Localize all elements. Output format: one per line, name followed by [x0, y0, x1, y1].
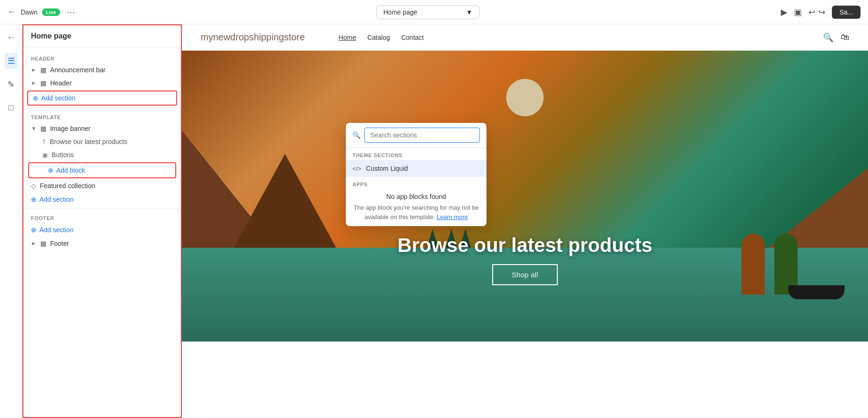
- topbar-center: Home page ▼: [81, 5, 775, 19]
- no-apps-desc: The app block you're searching for may n…: [352, 203, 480, 221]
- live-badge: Live: [42, 8, 60, 16]
- nav-catalog[interactable]: Catalog: [367, 34, 390, 41]
- cart-icon[interactable]: 🛍: [841, 32, 849, 43]
- topbar: ← Dawn Live ⋯ Home page ▼ ▶ ▣ ↩ ↪ Sa...: [0, 0, 868, 24]
- cursor-icon[interactable]: ▶: [781, 7, 787, 17]
- featured-collection-icon: ◇: [31, 182, 36, 190]
- search-box: 🔍: [346, 123, 486, 148]
- nav-home[interactable]: Home: [338, 34, 356, 41]
- featured-collection-item[interactable]: ◇ Featured collection: [23, 179, 181, 192]
- chevron-down-icon-banner: ▼: [31, 125, 37, 132]
- search-icon-dropdown: 🔍: [352, 131, 360, 139]
- header-section-label: Header: [50, 79, 72, 87]
- header-section-item[interactable]: ► ▩ Header: [23, 76, 181, 90]
- buttons-item[interactable]: ▣ Buttons: [23, 148, 181, 161]
- plus-circle-icon-footer: ⊕: [31, 226, 37, 234]
- featured-collection-label: Featured collection: [40, 182, 95, 190]
- hero-text-overlay: Browse our latest products Shop all: [397, 234, 652, 285]
- nav-contact[interactable]: Contact: [401, 34, 424, 41]
- undo-icon[interactable]: ↩: [808, 7, 816, 17]
- boat-decoration: [788, 285, 845, 299]
- plus-circle-icon-header: ⊕: [33, 94, 38, 102]
- add-block-label: Add block: [56, 167, 85, 174]
- announcement-bar-label: Announcement bar: [50, 66, 105, 74]
- sections-dropdown: 🔍 THEME SECTIONS </> Custom Liquid APPS …: [346, 123, 486, 226]
- sections-panel: Home page HEADER ► ▩ Announcement bar ► …: [22, 24, 182, 418]
- footer-section-icon: ▩: [40, 240, 46, 247]
- redo-icon[interactable]: ↪: [818, 7, 825, 17]
- announcement-bar-icon: ▩: [40, 66, 46, 74]
- page-selector-value: Home page: [383, 8, 417, 16]
- page-selector[interactable]: Home page ▼: [376, 5, 479, 19]
- store-header-icons: 🔍 🛍: [823, 32, 849, 43]
- add-section-footer-label: Add section: [39, 226, 74, 234]
- add-block-button[interactable]: ⊕ Add block: [28, 162, 176, 178]
- panel-title: Home page: [31, 32, 71, 40]
- browse-latest-label: Browse our latest products: [50, 138, 127, 145]
- sidebar-icon-back[interactable]: ←: [4, 30, 18, 46]
- header-section-icon: ▩: [40, 79, 46, 87]
- footer-section-item[interactable]: ► ▩ Footer: [23, 237, 181, 250]
- theme-sections-label: THEME SECTIONS: [346, 148, 486, 160]
- hero-title: Browse our latest products: [397, 234, 652, 257]
- back-icon[interactable]: ←: [7, 7, 16, 17]
- header-group-label: HEADER: [23, 51, 181, 63]
- custom-liquid-item[interactable]: </> Custom Liquid: [346, 160, 486, 177]
- apps-section: APPS No app blocks found The app block y…: [346, 177, 486, 226]
- more-menu-icon[interactable]: ⋯: [67, 7, 75, 17]
- search-sections-input[interactable]: [364, 128, 480, 143]
- topbar-right: ▶ ▣ ↩ ↪ Sa...: [781, 6, 861, 19]
- custom-liquid-label: Custom Liquid: [366, 165, 408, 172]
- icon-sidebar: ← ☰ ✎ □: [0, 24, 22, 418]
- sidebar-icon-customize[interactable]: ✎: [5, 76, 17, 92]
- announcement-bar-item[interactable]: ► ▩ Announcement bar: [23, 63, 181, 76]
- preview-area: mynewdropshippingstore Home Catalog Cont…: [182, 24, 868, 418]
- search-icon[interactable]: 🔍: [823, 32, 833, 43]
- preview-frame: mynewdropshippingstore Home Catalog Cont…: [182, 24, 868, 418]
- chevron-right-icon: ►: [31, 67, 37, 73]
- template-group-label: TEMPLATE: [23, 110, 181, 122]
- image-banner-label: Image banner: [50, 125, 90, 132]
- desktop-icon[interactable]: ▣: [794, 7, 802, 17]
- add-section-template-button[interactable]: ⊕ Add section: [23, 192, 181, 206]
- store-logo: mynewdropshippingstore: [201, 32, 305, 43]
- mountain-mid: [229, 154, 341, 257]
- divider-2: [23, 208, 181, 209]
- add-section-header-button[interactable]: ⊕ Add section: [27, 91, 177, 106]
- store-nav: Home Catalog Contact: [338, 34, 424, 41]
- chevron-right-icon-header: ►: [31, 80, 37, 86]
- sidebar-icon-sections[interactable]: ☰: [5, 53, 18, 69]
- panel-header: Home page: [23, 25, 181, 47]
- save-button[interactable]: Sa...: [832, 6, 861, 19]
- shop-all-button[interactable]: Shop all: [492, 264, 558, 285]
- plus-circle-icon-template: ⊕: [31, 196, 37, 203]
- image-banner-item[interactable]: ▼ ▩ Image banner: [23, 122, 181, 135]
- buttons-label: Buttons: [52, 151, 74, 159]
- plus-circle-icon-block: ⊕: [48, 167, 53, 174]
- undo-redo-group: ↩ ↪: [808, 7, 825, 17]
- store-header: mynewdropshippingstore Home Catalog Cont…: [182, 24, 868, 51]
- sun-decoration: [506, 79, 544, 116]
- text-block-icon: T: [42, 138, 46, 145]
- footer-section-label: Footer: [50, 240, 69, 247]
- buttons-icon: ▣: [42, 152, 48, 159]
- add-section-template-label: Add section: [39, 196, 74, 203]
- browse-latest-item[interactable]: T Browse our latest products: [23, 135, 181, 148]
- add-section-footer-button[interactable]: ⊕ Add section: [23, 223, 181, 237]
- topbar-left: ← Dawn Live ⋯: [7, 7, 75, 17]
- chevron-right-icon-footer: ►: [31, 240, 37, 247]
- image-banner-icon: ▩: [40, 125, 46, 132]
- apps-label: APPS: [352, 182, 480, 187]
- divider-1: [23, 107, 181, 108]
- hero-background: [182, 51, 868, 342]
- sidebar-icon-apps[interactable]: □: [6, 100, 16, 115]
- main-layout: ← ☰ ✎ □ Home page HEADER ► ▩ Announcemen…: [0, 24, 868, 418]
- learn-more-link[interactable]: Learn more: [437, 213, 468, 220]
- footer-group-label: FOOTER: [23, 211, 181, 223]
- store-name: Dawn: [21, 8, 37, 16]
- panel-content: HEADER ► ▩ Announcement bar ► ▩ Header ⊕…: [23, 47, 181, 417]
- hero-section: Browse our latest products Shop all: [182, 51, 868, 342]
- no-apps-title: No app blocks found: [352, 193, 480, 200]
- person-1: [741, 234, 765, 295]
- add-section-header-label: Add section: [41, 94, 75, 102]
